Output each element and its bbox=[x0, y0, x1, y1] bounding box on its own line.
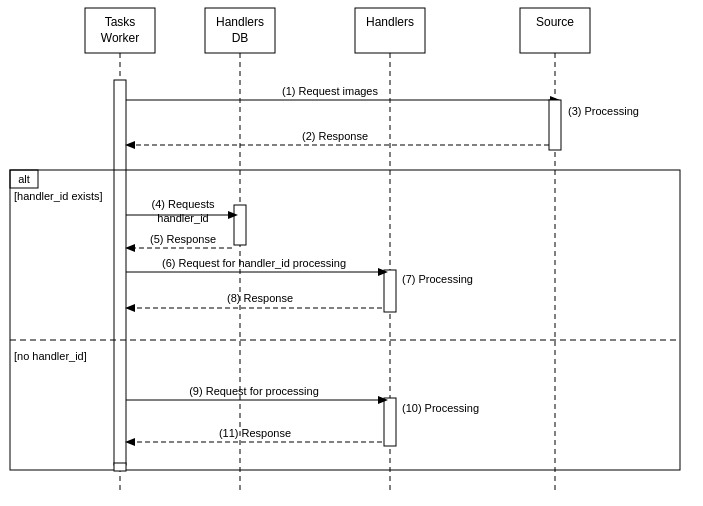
svg-rect-29 bbox=[234, 205, 246, 245]
svg-text:[no handler_id]: [no handler_id] bbox=[14, 350, 87, 362]
svg-text:(4) Requests: (4) Requests bbox=[152, 198, 215, 210]
svg-text:Tasks: Tasks bbox=[105, 15, 136, 29]
svg-rect-37 bbox=[384, 270, 396, 312]
svg-text:(3) Processing: (3) Processing bbox=[568, 105, 639, 117]
svg-rect-24 bbox=[549, 100, 561, 150]
sequence-diagram: Tasks Worker Handlers DB Handlers Source… bbox=[0, 0, 703, 506]
svg-text:(9) Request for processing: (9) Request for processing bbox=[189, 385, 319, 397]
svg-rect-45 bbox=[384, 398, 396, 446]
svg-text:Source: Source bbox=[536, 15, 574, 29]
svg-text:(11) Response: (11) Response bbox=[219, 427, 291, 439]
svg-text:Handlers: Handlers bbox=[366, 15, 414, 29]
svg-text:alt: alt bbox=[18, 173, 30, 185]
svg-text:[handler_id exists]: [handler_id exists] bbox=[14, 190, 103, 202]
svg-text:(10) Processing: (10) Processing bbox=[402, 402, 479, 414]
svg-text:(7) Processing: (7) Processing bbox=[402, 273, 473, 285]
svg-text:(1) Request images: (1) Request images bbox=[282, 85, 378, 97]
svg-diagram: Tasks Worker Handlers DB Handlers Source… bbox=[0, 0, 703, 506]
svg-text:Handlers: Handlers bbox=[216, 15, 264, 29]
svg-text:(2) Response: (2) Response bbox=[302, 130, 368, 142]
svg-rect-15 bbox=[10, 170, 680, 470]
svg-text:handler_id: handler_id bbox=[157, 212, 208, 224]
svg-rect-14 bbox=[114, 80, 126, 465]
svg-text:DB: DB bbox=[232, 31, 249, 45]
svg-text:Worker: Worker bbox=[101, 31, 139, 45]
svg-text:(8) Response: (8) Response bbox=[227, 292, 293, 304]
svg-text:(5) Response: (5) Response bbox=[150, 233, 216, 245]
svg-text:(6) Request for handler_id pro: (6) Request for handler_id processing bbox=[162, 257, 346, 269]
svg-rect-53 bbox=[114, 463, 126, 471]
